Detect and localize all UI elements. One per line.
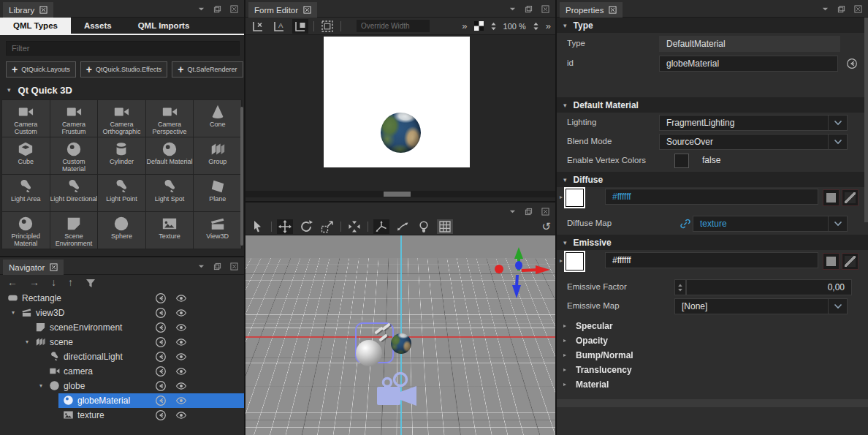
emissive-hex-input[interactable]: #ffffff <box>605 252 818 268</box>
tab-qml-imports[interactable]: QML Imports <box>125 18 203 34</box>
library-item-texture[interactable]: Texture <box>146 212 194 249</box>
add-qt-saferenderer-button[interactable]: +Qt.SafeRenderer <box>172 61 243 77</box>
zoom-stepper[interactable] <box>490 21 497 31</box>
lighting-select[interactable]: FragmentLighting <box>659 115 848 131</box>
edit-3d-viewport[interactable] <box>245 235 555 435</box>
id-input[interactable]: globeMaterial <box>659 56 838 72</box>
close-icon[interactable] <box>50 263 58 271</box>
blend-mode-select[interactable]: SourceOver <box>659 134 848 150</box>
show-gizmos-button[interactable] <box>416 219 432 234</box>
library-item-light-spot[interactable]: Light Spot <box>146 175 194 211</box>
back-arrow-icon[interactable]: ← <box>7 276 18 288</box>
library-item-camera-custom[interactable]: Camera Custom <box>2 100 50 137</box>
library-item-principled-material[interactable]: Principled Material <box>2 212 50 249</box>
library-item-view3d[interactable]: View3D <box>194 212 241 249</box>
snap-without-anchors-button[interactable] <box>292 19 308 34</box>
visibility-eye-icon[interactable] <box>175 380 187 392</box>
forward-arrow-icon[interactable]: → <box>29 276 39 288</box>
tree-item-texture[interactable]: texture <box>0 408 244 423</box>
filter-input[interactable] <box>6 41 240 56</box>
overflow-chevrons-icon[interactable]: » <box>462 20 467 31</box>
visibility-eye-icon[interactable] <box>175 366 187 377</box>
tab-assets[interactable]: Assets <box>71 18 125 34</box>
expand-color-icon[interactable]: ▸ <box>560 194 563 200</box>
library-item-camera-frustum[interactable]: Camera Frustum <box>50 100 98 137</box>
form-editor-panel-tab[interactable]: Form Editor <box>248 2 317 18</box>
library-item-plane[interactable]: Plane <box>194 175 241 211</box>
chevron-down-icon[interactable] <box>509 6 516 12</box>
properties-panel-tab[interactable]: Properties <box>560 2 623 18</box>
export-toggle-icon[interactable] <box>155 292 167 304</box>
tree-item-globematerial[interactable]: globeMaterial <box>0 393 244 408</box>
globe-preview[interactable] <box>381 113 421 153</box>
export-toggle-icon[interactable] <box>155 322 167 333</box>
emissive-map-select[interactable]: [None] <box>674 298 848 314</box>
zoom-stepper[interactable] <box>533 21 539 31</box>
close-panel-icon[interactable] <box>541 208 549 216</box>
library-item-cube[interactable]: Cube <box>2 137 50 174</box>
export-toggle-icon[interactable] <box>155 366 167 377</box>
library-item-cylinder[interactable]: Cylinder <box>98 137 145 174</box>
solid-color-button[interactable] <box>823 189 840 206</box>
expand-arrow-icon[interactable]: ▾ <box>26 338 28 345</box>
visibility-eye-icon[interactable] <box>175 409 187 421</box>
diffuse-map-select[interactable]: texture <box>693 216 848 232</box>
export-toggle-icon[interactable] <box>155 409 167 421</box>
section-opacity[interactable]: ▸Opacity <box>557 334 868 349</box>
add-qtquick-studio-effects-button[interactable]: +QtQuick.Studio.Effects <box>80 61 168 77</box>
tree-item-scene[interactable]: ▾scene <box>0 335 244 349</box>
close-panel-icon[interactable] <box>541 5 549 13</box>
section-default-material[interactable]: ▾ Default Material <box>557 97 868 113</box>
visibility-eye-icon[interactable] <box>175 322 187 333</box>
overflow-chevrons-icon[interactable]: » <box>546 20 551 31</box>
chevron-down-icon[interactable] <box>198 263 205 270</box>
tree-item-rectangle[interactable]: Rectangle <box>0 291 244 306</box>
tree-item-globe[interactable]: ▾globe <box>0 379 244 393</box>
background-color-button[interactable] <box>474 21 484 31</box>
chevron-down-icon[interactable] <box>822 6 829 12</box>
tree-item-sceneenvironment[interactable]: sceneEnvironment <box>0 320 244 335</box>
library-item-cone[interactable]: Cone <box>194 100 241 137</box>
globe-object[interactable] <box>391 333 411 354</box>
close-panel-icon[interactable] <box>230 262 238 271</box>
chevron-down-icon[interactable] <box>509 208 516 215</box>
scrollbar-handle[interactable] <box>384 192 411 197</box>
library-item-light-area[interactable]: Light Area <box>2 175 50 211</box>
library-item-custom-material[interactable]: Custom Material <box>50 137 98 174</box>
library-item-camera-perspective[interactable]: Camera Perspective <box>146 100 194 137</box>
section-diffuse[interactable]: ▾ Diffuse <box>557 172 868 187</box>
properties-scrollbar[interactable] <box>864 18 868 222</box>
visibility-eye-icon[interactable] <box>175 336 187 348</box>
close-panel-icon[interactable] <box>854 5 862 13</box>
library-item-default-material[interactable]: Default Material <box>146 137 194 174</box>
close-icon[interactable] <box>303 6 311 14</box>
library-item-sphere[interactable]: Sphere <box>98 212 145 249</box>
float-panel-icon[interactable] <box>213 5 221 13</box>
expand-arrow-icon[interactable]: ▾ <box>39 382 42 389</box>
close-panel-icon[interactable] <box>230 5 238 13</box>
section-translucency[interactable]: ▸Translucency <box>557 363 868 378</box>
export-toggle-icon[interactable] <box>155 351 167 363</box>
gradient-button[interactable] <box>842 253 859 270</box>
library-scrollbar[interactable] <box>240 107 243 246</box>
solid-color-button[interactable] <box>823 253 840 270</box>
camera-gizmo[interactable] <box>374 371 419 409</box>
float-panel-icon[interactable] <box>837 5 845 13</box>
navigator-panel-tab[interactable]: Navigator <box>3 260 64 275</box>
export-id-icon[interactable] <box>846 58 858 69</box>
directional-light-gizmo[interactable] <box>356 340 382 366</box>
local-global-orientation-button[interactable] <box>373 219 389 234</box>
snap-with-anchors-button[interactable]: A <box>271 19 287 34</box>
section-type[interactable]: ▾ Type <box>557 18 868 33</box>
visibility-eye-icon[interactable] <box>175 351 187 363</box>
emissive-factor-input[interactable]: 0,00 <box>686 279 852 295</box>
float-panel-icon[interactable] <box>525 208 533 216</box>
float-panel-icon[interactable] <box>525 5 533 13</box>
scale-tool-button[interactable] <box>319 219 335 234</box>
export-toggle-icon[interactable] <box>155 336 167 348</box>
library-panel-tab[interactable]: Library <box>3 2 53 18</box>
select-tool-button[interactable] <box>250 219 266 234</box>
export-toggle-icon[interactable] <box>155 395 167 406</box>
root-rectangle-item[interactable] <box>324 37 470 167</box>
visibility-eye-icon[interactable] <box>175 395 187 406</box>
